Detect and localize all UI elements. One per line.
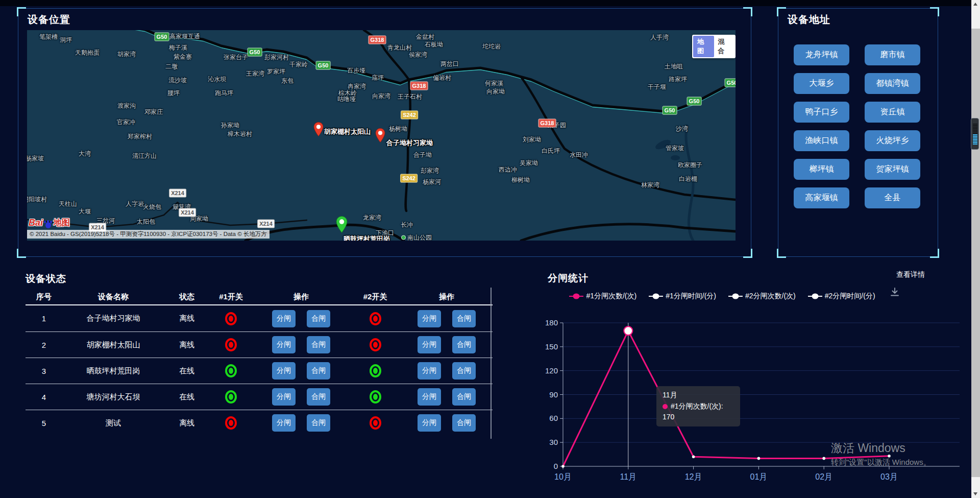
- close-switch-button[interactable]: 合闸: [452, 310, 476, 327]
- map-place-label: 郑家榨村: [128, 132, 152, 141]
- x-tick-label: 02月: [815, 472, 832, 481]
- corner-accent: [777, 249, 786, 258]
- map-type-map-button[interactable]: 地图: [693, 36, 714, 57]
- road-badge: G50: [316, 61, 331, 70]
- map-place-label: 樟木岩村: [228, 130, 252, 138]
- windows-watermark-line1: 激活 Windows: [831, 440, 905, 456]
- data-point[interactable]: [757, 457, 761, 460]
- data-point[interactable]: [561, 465, 565, 468]
- close-switch-button[interactable]: 合闸: [307, 388, 330, 406]
- map-type-control: 地图 混合: [692, 35, 736, 58]
- table-header-row: 序号设备名称状态#1开关操作#2开关操作: [26, 289, 493, 305]
- map-type-hybrid-button[interactable]: 混合: [714, 36, 735, 57]
- map-place-label: 二墩: [165, 62, 178, 71]
- address-button[interactable]: 龙舟坪镇: [794, 44, 849, 65]
- map-pin-red[interactable]: [375, 128, 386, 145]
- map-place-label: 何家溪: [485, 79, 503, 88]
- legend-item[interactable]: #1分闸时间/(分): [649, 292, 716, 301]
- map-place-label: 太阳包: [137, 218, 155, 226]
- status-indicator-core: [229, 368, 233, 374]
- dashboard-root: 设备位置 笔架槽洞坪天鹅抱蛋胡家湾高家堰互通梅子溪紫金寨二墩流沙坡沁水: [0, 0, 980, 498]
- data-point[interactable]: [822, 457, 825, 460]
- open-switch-button[interactable]: 分闸: [272, 336, 296, 353]
- switch-cell: [350, 416, 401, 430]
- table-row: 2胡家棚村太阳山离线分闸合闸分闸合闸: [26, 331, 493, 358]
- map-place-label: 青龙山村: [387, 43, 412, 52]
- map-place-label: 人手湾: [650, 33, 669, 42]
- open-switch-button[interactable]: 分闸: [418, 414, 441, 432]
- open-switch-button[interactable]: 分闸: [272, 388, 296, 406]
- row-number: 4: [26, 393, 62, 401]
- legend-item[interactable]: #1分闸次数/(次): [569, 292, 636, 301]
- operations-cell: 分闸合闸: [401, 310, 493, 327]
- scrollbar-thumb[interactable]: [971, 29, 980, 477]
- address-button[interactable]: 都镇湾镇: [865, 73, 920, 94]
- legend-item[interactable]: #2分闸次数/(次): [728, 292, 796, 301]
- highlighted-data-point[interactable]: [624, 326, 632, 335]
- address-button[interactable]: 榔坪镇: [794, 159, 849, 180]
- open-switch-button[interactable]: 分闸: [418, 362, 441, 380]
- address-button[interactable]: 全县: [865, 187, 920, 208]
- switch-cell: [350, 338, 401, 351]
- map-place-label: 流沙坡: [168, 76, 187, 85]
- open-switch-button[interactable]: 分闸: [418, 310, 441, 327]
- widget-stripe: [973, 142, 977, 143]
- widget-stripe: [973, 140, 977, 141]
- chart-legend: #1分闸次数/(次)#1分闸时间/(分)#2分闸次数/(次)#2分闸时间/(分): [541, 292, 903, 301]
- device-status-text: 在线: [164, 366, 209, 376]
- operations-cell: 分闸合闸: [253, 388, 350, 406]
- windows-watermark-line2: 转到"设置"以激活 Windows。: [831, 458, 931, 467]
- close-switch-button[interactable]: 合闸: [307, 414, 330, 432]
- map-place-label: 龙家湾: [363, 214, 381, 222]
- open-switch-button[interactable]: 分闸: [272, 310, 296, 327]
- address-button[interactable]: 渔峡口镇: [794, 130, 849, 151]
- map-pin-green[interactable]: [335, 216, 349, 235]
- legend-marker-icon: [728, 293, 743, 299]
- close-switch-button[interactable]: 合闸: [307, 336, 330, 353]
- open-switch-button[interactable]: 分闸: [418, 336, 441, 353]
- address-button[interactable]: 高家堰镇: [794, 187, 849, 208]
- widget-stripe: [973, 130, 977, 131]
- x-tick-label: 03月: [880, 472, 898, 481]
- map-place-label: 杨家坡: [27, 154, 44, 163]
- open-switch-button[interactable]: 分闸: [418, 388, 441, 406]
- close-switch-button[interactable]: 合闸: [452, 388, 476, 406]
- corner-accent: [17, 249, 26, 258]
- scrollbar-down-arrow[interactable]: [973, 492, 977, 495]
- scrollbar-up-arrow[interactable]: [973, 3, 977, 6]
- top-strip: [0, 0, 971, 6]
- map-place-label: 管家坡: [666, 144, 684, 153]
- close-switch-button[interactable]: 合闸: [452, 336, 476, 353]
- address-button[interactable]: 资丘镇: [865, 102, 920, 123]
- status-indicator-green: [370, 364, 381, 377]
- operations-cell: 分闸合闸: [253, 414, 350, 432]
- address-button[interactable]: 火烧坪乡: [865, 130, 920, 151]
- map-place-label: 人字岩: [126, 200, 144, 208]
- open-switch-button[interactable]: 分闸: [272, 414, 296, 432]
- address-button[interactable]: 贺家坪镇: [865, 159, 920, 180]
- legend-item[interactable]: #2分闸时间/(分): [808, 292, 875, 301]
- close-switch-button[interactable]: 合闸: [307, 362, 330, 380]
- address-button[interactable]: 鸭子口乡: [794, 102, 849, 123]
- corner-accent: [17, 7, 26, 16]
- close-switch-button[interactable]: 合闸: [307, 310, 330, 327]
- widget-stripe: [973, 144, 977, 145]
- map-place-label: 向家湾: [372, 92, 390, 101]
- address-button[interactable]: 大堰乡: [794, 73, 849, 94]
- view-details-link[interactable]: 查看详情: [887, 270, 925, 279]
- map-pin-red[interactable]: [313, 122, 324, 139]
- data-point[interactable]: [692, 455, 695, 458]
- close-switch-button[interactable]: 合闸: [452, 362, 476, 380]
- map-place-label: 庙坪: [372, 74, 384, 82]
- status-indicator-red: [370, 312, 381, 325]
- close-switch-button[interactable]: 合闸: [452, 414, 476, 432]
- map-place-label: 百步垭: [347, 66, 365, 75]
- section-divider: [491, 288, 492, 439]
- table-row: 5测试离线分闸合闸分闸合闸: [26, 410, 493, 436]
- map-place-label: 彭家河村: [264, 53, 289, 62]
- baidu-map[interactable]: 笔架槽洞坪天鹅抱蛋胡家湾高家堰互通梅子溪紫金寨二墩流沙坡沁水坝腰坪跑马坪渡家沟邓…: [27, 30, 736, 241]
- open-switch-button[interactable]: 分闸: [272, 362, 296, 380]
- y-tick-label: 0: [554, 462, 558, 470]
- device-status-title: 设备状态: [26, 272, 66, 286]
- address-button[interactable]: 磨市镇: [865, 44, 920, 65]
